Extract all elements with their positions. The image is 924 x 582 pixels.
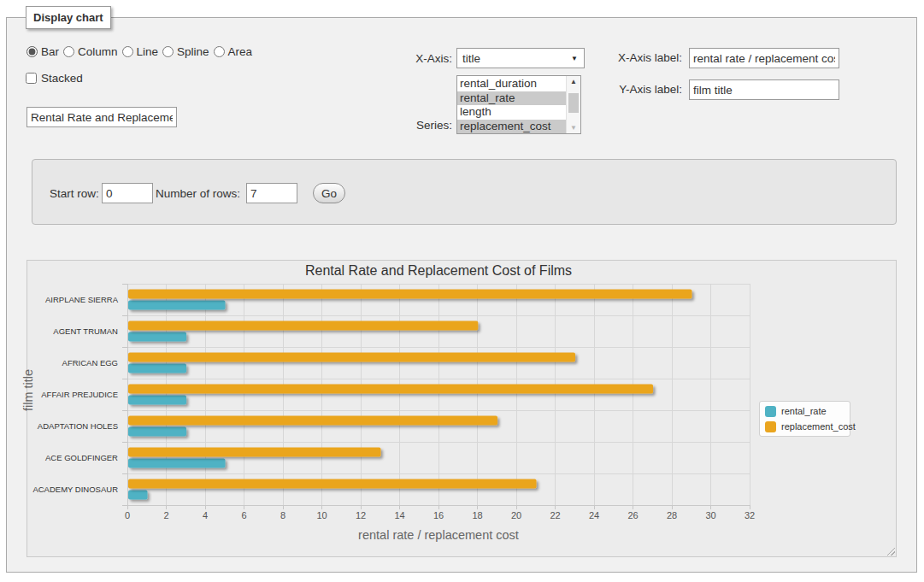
scrollbar-thumb[interactable] bbox=[568, 93, 579, 113]
display-chart-fieldset: Display chart BarColumnLineSplineArea St… bbox=[6, 17, 917, 573]
x-axis-select-value: title bbox=[462, 52, 480, 65]
svg-text:26: 26 bbox=[627, 510, 638, 520]
number-of-rows-input[interactable] bbox=[246, 183, 297, 203]
x-axis-label-label: X-Axis label: bbox=[591, 51, 682, 64]
svg-text:20: 20 bbox=[511, 510, 521, 520]
select-dropdown-arrow-icon: ▼ bbox=[571, 55, 578, 62]
series-select-label: Series: bbox=[360, 119, 452, 132]
y-axis-label-label: Y-Axis label: bbox=[591, 83, 682, 96]
chart-title-input[interactable] bbox=[26, 107, 177, 127]
bar-replacement_cost-3 bbox=[128, 385, 653, 394]
svg-text:18: 18 bbox=[472, 510, 482, 520]
chart-type-option-spline: Spline bbox=[162, 45, 209, 58]
svg-text:14: 14 bbox=[394, 510, 404, 520]
chart-type-radio-label: Bar bbox=[41, 45, 59, 58]
fieldset-legend: Display chart bbox=[26, 6, 111, 29]
svg-text:ACADEMY DINOSAUR: ACADEMY DINOSAUR bbox=[32, 485, 118, 494]
svg-text:10: 10 bbox=[316, 510, 327, 520]
bar-rental_rate-3 bbox=[128, 396, 186, 405]
chart-type-option-column: Column bbox=[63, 45, 118, 58]
svg-text:rental rate / replacement cost: rental rate / replacement cost bbox=[358, 528, 519, 542]
svg-text:2: 2 bbox=[163, 510, 168, 520]
bar-replacement_cost-0 bbox=[128, 290, 692, 299]
chart-container: 02468101214161820222426283032AIRPLANE SI… bbox=[26, 260, 897, 557]
svg-text:AIRPLANE SIERRA: AIRPLANE SIERRA bbox=[45, 295, 119, 304]
series-option-replacement_cost[interactable]: replacement_cost bbox=[457, 120, 566, 134]
legend-label: replacement_cost bbox=[781, 421, 856, 432]
stacked-checkbox[interactable] bbox=[26, 73, 37, 84]
svg-text:8: 8 bbox=[280, 510, 285, 520]
bar-replacement_cost-6 bbox=[128, 479, 537, 489]
series-multiselect[interactable]: rental_durationrental_ratelengthreplacem… bbox=[456, 75, 581, 134]
svg-text:4: 4 bbox=[203, 510, 208, 520]
chart-type-option-area: Area bbox=[214, 45, 253, 58]
chart-legend: rental_ratereplacement_cost bbox=[759, 401, 850, 437]
bar-rental_rate-0 bbox=[128, 301, 226, 310]
y-axis-label-input[interactable] bbox=[689, 79, 839, 100]
svg-text:12: 12 bbox=[356, 510, 366, 520]
series-list-scrollbar[interactable]: ▲ ▼ bbox=[566, 76, 580, 133]
bar-replacement_cost-4 bbox=[128, 416, 497, 426]
scrollbar-down-arrow-icon[interactable]: ▼ bbox=[567, 124, 580, 132]
series-option-rental_rate[interactable]: rental_rate bbox=[457, 91, 566, 106]
svg-text:22: 22 bbox=[550, 510, 560, 520]
legend-item-replacement_cost[interactable]: replacement_cost bbox=[765, 419, 845, 434]
bar-rental_rate-6 bbox=[128, 491, 148, 500]
svg-text:28: 28 bbox=[667, 510, 677, 520]
bar-rental_rate-4 bbox=[128, 427, 186, 437]
chart-type-radio-bar[interactable] bbox=[26, 46, 38, 57]
resize-grip-icon[interactable] bbox=[886, 546, 895, 556]
svg-text:30: 30 bbox=[705, 510, 715, 520]
svg-text:24: 24 bbox=[589, 510, 599, 520]
bar-rental_rate-5 bbox=[128, 459, 226, 468]
chart-type-radio-label: Area bbox=[228, 45, 253, 58]
svg-text:6: 6 bbox=[241, 510, 246, 520]
svg-text:film title: film title bbox=[21, 369, 35, 411]
chart-type-radio-label: Spline bbox=[177, 45, 209, 58]
chart-type-radio-label: Column bbox=[78, 45, 118, 58]
svg-text:32: 32 bbox=[744, 510, 755, 520]
stacked-label: Stacked bbox=[41, 72, 83, 85]
chart-type-option-bar: Bar bbox=[26, 45, 59, 58]
x-axis-select[interactable]: title ▼ bbox=[456, 48, 585, 68]
start-row-label: Start row: bbox=[50, 187, 99, 200]
scrollbar-up-arrow-icon[interactable]: ▲ bbox=[567, 78, 580, 85]
svg-text:0: 0 bbox=[125, 510, 130, 520]
series-option-length[interactable]: length bbox=[457, 105, 566, 120]
series-option-rental_duration[interactable]: rental_duration bbox=[457, 77, 566, 91]
svg-text:ADAPTATION HOLES: ADAPTATION HOLES bbox=[38, 421, 118, 431]
legend-swatch-icon bbox=[765, 406, 776, 417]
chart-type-radio-area[interactable] bbox=[214, 46, 225, 57]
number-of-rows-label: Number of rows: bbox=[156, 187, 240, 200]
svg-text:AFFAIR PREJUDICE: AFFAIR PREJUDICE bbox=[41, 390, 118, 399]
chart-type-radio-spline[interactable] bbox=[162, 46, 174, 57]
legend-swatch-icon bbox=[765, 421, 776, 432]
stacked-checkbox-row: Stacked bbox=[26, 72, 83, 85]
svg-text:16: 16 bbox=[433, 510, 444, 520]
chart-type-radio-line[interactable] bbox=[122, 46, 133, 57]
bar-replacement_cost-5 bbox=[128, 448, 381, 457]
legend-label: rental_rate bbox=[781, 406, 827, 416]
chart-type-radio-group: BarColumnLineSplineArea bbox=[26, 45, 256, 58]
svg-text:ACE GOLDFINGER: ACE GOLDFINGER bbox=[45, 453, 118, 462]
legend-item-rental_rate[interactable]: rental_rate bbox=[765, 403, 845, 419]
bar-rental_rate-1 bbox=[128, 332, 186, 342]
bar-replacement_cost-2 bbox=[128, 353, 575, 362]
go-button[interactable]: Go bbox=[313, 183, 345, 203]
x-axis-select-label: X-Axis: bbox=[360, 52, 452, 65]
bar-replacement_cost-1 bbox=[128, 321, 478, 331]
row-controls-panel: Start row: Number of rows: Go bbox=[32, 159, 897, 225]
x-axis-label-input[interactable] bbox=[689, 48, 839, 68]
svg-text:AFRICAN EGG: AFRICAN EGG bbox=[62, 358, 118, 367]
chart-type-radio-label: Line bbox=[137, 45, 159, 58]
chart-type-radio-column[interactable] bbox=[63, 46, 74, 57]
start-row-input[interactable] bbox=[102, 183, 153, 203]
svg-text:Rental Rate and Replacement Co: Rental Rate and Replacement Cost of Film… bbox=[305, 263, 572, 278]
bar-rental_rate-2 bbox=[128, 364, 186, 373]
chart-type-option-line: Line bbox=[122, 45, 159, 58]
svg-text:AGENT TRUMAN: AGENT TRUMAN bbox=[53, 326, 118, 336]
